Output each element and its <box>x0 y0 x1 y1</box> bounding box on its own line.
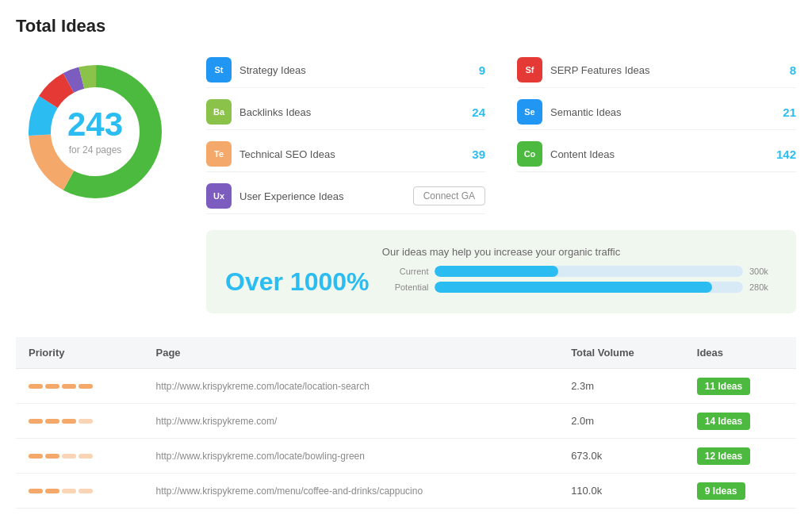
idea-name: Strategy Ideas <box>239 64 454 76</box>
data-table: PriorityPageTotal VolumeIdeas http://www… <box>16 337 796 509</box>
idea-count: 142 <box>772 148 796 161</box>
idea-badge: Co <box>517 141 542 167</box>
idea-badge: Ux <box>206 183 232 209</box>
bar-track <box>435 282 743 293</box>
idea-row-left-3: UxUser Experience IdeasConnect GA <box>206 178 485 214</box>
ideas-cell: 12 Ideas <box>684 439 796 474</box>
idea-name: Content Ideas <box>550 148 764 160</box>
idea-name: Technical SEO Ideas <box>239 148 454 160</box>
idea-badge: St <box>206 57 232 83</box>
priority-bar-2 <box>62 419 76 424</box>
table-header-page: Page <box>144 337 559 369</box>
idea-count: 8 <box>772 63 796 77</box>
idea-row-left-1: BaBacklinks Ideas24 <box>206 94 485 130</box>
priority-bars <box>29 489 131 493</box>
bar-label: Potential <box>385 282 428 292</box>
url-cell: http://www.krispykreme.com/locate/locati… <box>144 369 559 404</box>
traffic-bar-row-1: Potential280k <box>385 282 777 293</box>
traffic-bar-row-0: Current300k <box>385 266 777 277</box>
priority-bar-1 <box>45 419 59 424</box>
ideas-badge[interactable]: 12 Ideas <box>697 447 750 465</box>
idea-count: 21 <box>772 106 796 119</box>
idea-name: SERP Features Ideas <box>550 64 764 76</box>
idea-row-right-0: SfSERP Features Ideas8 <box>517 52 796 88</box>
bar-track <box>435 266 743 277</box>
url-text: http://www.krispykreme.com/locate/locati… <box>156 381 370 392</box>
priority-bar-0 <box>29 489 43 493</box>
ideas-badge[interactable]: 9 Ideas <box>697 482 745 500</box>
idea-badge: Sf <box>517 57 542 83</box>
priority-bar-1 <box>45 489 59 493</box>
traffic-banner-title: Our ideas may help you increase your org… <box>225 246 777 258</box>
table-header-row: PriorityPageTotal VolumeIdeas <box>16 337 796 369</box>
priority-bar-1 <box>45 454 59 459</box>
url-text: http://www.krispykreme.com/locate/bowlin… <box>156 451 365 462</box>
idea-name: Semantic Ideas <box>550 106 764 118</box>
priority-cell <box>16 404 144 439</box>
page-title: Total Ideas <box>16 16 796 36</box>
table-row: http://www.krispykreme.com/locate/locati… <box>16 369 796 404</box>
traffic-percent: Over 1000% <box>225 267 369 297</box>
table-row: http://www.krispykreme.com/locate/bowlin… <box>16 439 796 474</box>
top-section: 243 for 24 pages StStrategy Ideas9SfSERP… <box>16 52 796 313</box>
url-text: http://www.krispykreme.com/menu/coffee-a… <box>156 486 423 497</box>
bar-value: 280k <box>749 282 777 292</box>
ideas-grid: StStrategy Ideas9SfSERP Features Ideas8B… <box>206 52 796 214</box>
url-cell: http://www.krispykreme.com/locate/bowlin… <box>144 439 559 474</box>
table-body: http://www.krispykreme.com/locate/locati… <box>16 369 796 509</box>
donut-total: 243 <box>67 108 123 141</box>
idea-badge: Se <box>517 99 542 125</box>
donut-chart: 243 for 24 pages <box>16 52 174 211</box>
idea-count: 24 <box>462 106 485 119</box>
idea-name: Backlinks Ideas <box>239 106 454 118</box>
bar-fill <box>435 282 712 293</box>
priority-bar-3 <box>79 489 93 493</box>
bar-value: 300k <box>749 267 777 276</box>
table-row: http://www.krispykreme.com/menu/coffee-a… <box>16 474 796 509</box>
priority-bars <box>29 384 131 389</box>
url-text: http://www.krispykreme.com/ <box>156 416 278 427</box>
priority-bar-2 <box>62 384 76 389</box>
priority-cell <box>16 439 144 474</box>
donut-subtitle: for 24 pages <box>67 144 123 155</box>
ideas-cell: 9 Ideas <box>684 474 796 509</box>
priority-bar-0 <box>29 454 43 459</box>
priority-bar-3 <box>79 419 93 424</box>
idea-badge: Te <box>206 141 232 167</box>
donut-center: 243 for 24 pages <box>67 108 123 155</box>
priority-bars <box>29 419 131 424</box>
idea-row-right-2: CoContent Ideas142 <box>517 136 796 172</box>
priority-bar-2 <box>62 454 76 459</box>
volume-cell: 110.0k <box>558 474 684 509</box>
priority-cell <box>16 369 144 404</box>
table-header-total-volume: Total Volume <box>558 337 684 369</box>
idea-count: 9 <box>462 63 485 77</box>
ideas-cell: 14 Ideas <box>684 404 796 439</box>
table-header-ideas: Ideas <box>684 337 796 369</box>
connect-ga-button[interactable]: Connect GA <box>413 186 485 205</box>
volume-cell: 673.0k <box>558 439 684 474</box>
volume-cell: 2.3m <box>558 369 684 404</box>
priority-bar-2 <box>62 489 76 493</box>
ideas-badge[interactable]: 14 Ideas <box>697 413 750 430</box>
priority-bar-0 <box>29 419 43 424</box>
volume-cell: 2.0m <box>558 404 684 439</box>
ideas-badge[interactable]: 11 Ideas <box>697 378 750 395</box>
idea-name: User Experience Ideas <box>239 190 405 202</box>
priority-bar-0 <box>29 384 43 389</box>
idea-count: 39 <box>462 148 485 161</box>
bar-fill <box>435 266 557 277</box>
idea-row-left-2: TeTechnical SEO Ideas39 <box>206 136 485 172</box>
idea-badge: Ba <box>206 99 232 125</box>
traffic-banner: Our ideas may help you increase your org… <box>206 230 796 313</box>
traffic-content: Over 1000% Current300kPotential280k <box>225 266 777 297</box>
priority-bars <box>29 454 131 459</box>
traffic-bars: Current300kPotential280k <box>385 266 777 297</box>
url-cell: http://www.krispykreme.com/menu/coffee-a… <box>144 474 559 509</box>
bar-label: Current <box>385 267 428 276</box>
priority-bar-1 <box>45 384 59 389</box>
ideas-cell: 11 Ideas <box>684 369 796 404</box>
priority-bar-3 <box>79 384 93 389</box>
ideas-section: StStrategy Ideas9SfSERP Features Ideas8B… <box>206 52 796 313</box>
priority-bar-3 <box>79 454 93 459</box>
